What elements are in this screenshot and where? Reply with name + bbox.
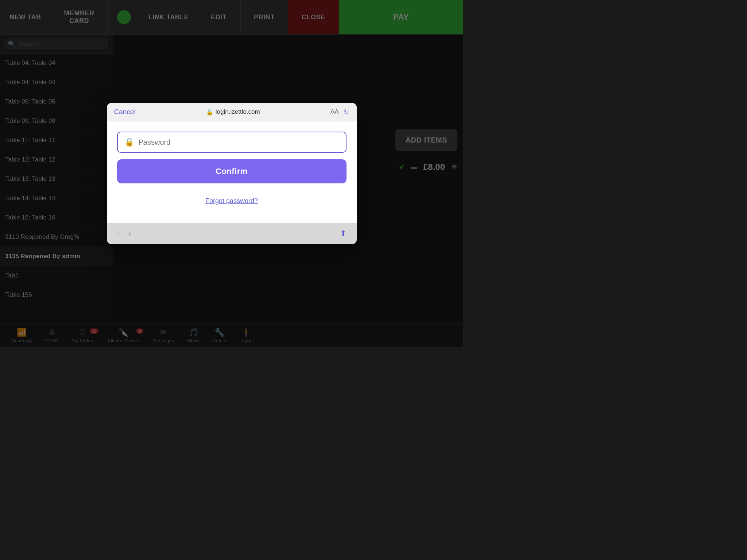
forgot-password-link[interactable]: Forgot password?: [117, 197, 347, 205]
back-arrow[interactable]: ‹: [117, 229, 120, 238]
modal-title: 🔒 login.izettle.com: [206, 108, 260, 116]
confirm-button[interactable]: Confirm: [117, 159, 347, 183]
modal-header: Cancel 🔒 login.izettle.com AA ↻: [107, 103, 357, 121]
modal-header-actions: AA ↻: [330, 108, 349, 116]
lock-icon: 🔒: [206, 109, 213, 116]
modal-cancel-button[interactable]: Cancel: [114, 108, 136, 116]
password-input[interactable]: [139, 138, 339, 147]
password-field-wrap: 🔒: [117, 132, 347, 153]
modal-footer: ‹ › ⬆: [107, 223, 357, 244]
refresh-icon[interactable]: ↻: [344, 108, 349, 116]
modal-body: 🔒 Confirm Forgot password?: [107, 121, 357, 223]
login-modal: Cancel 🔒 login.izettle.com AA ↻ 🔒 Confir…: [107, 103, 357, 244]
modal-overlay: Cancel 🔒 login.izettle.com AA ↻ 🔒 Confir…: [0, 0, 463, 347]
modal-url-label: login.izettle.com: [216, 108, 260, 116]
aa-button[interactable]: AA: [330, 108, 339, 116]
forward-arrow[interactable]: ›: [128, 229, 131, 238]
field-lock-icon: 🔒: [124, 137, 134, 147]
share-icon[interactable]: ⬆: [340, 229, 347, 238]
nav-arrows: ‹ ›: [117, 229, 131, 238]
